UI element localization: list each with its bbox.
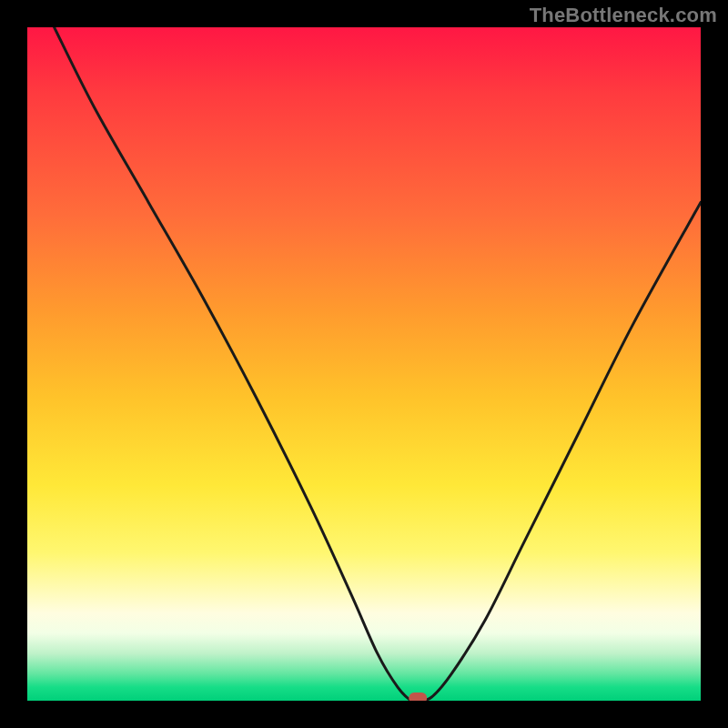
bottleneck-curve-svg [27,27,701,701]
chart-frame: TheBottleneck.com [0,0,728,728]
plot-area [27,27,701,701]
optimum-marker [409,693,427,701]
bottleneck-curve [55,27,701,701]
attribution-text: TheBottleneck.com [530,4,717,27]
